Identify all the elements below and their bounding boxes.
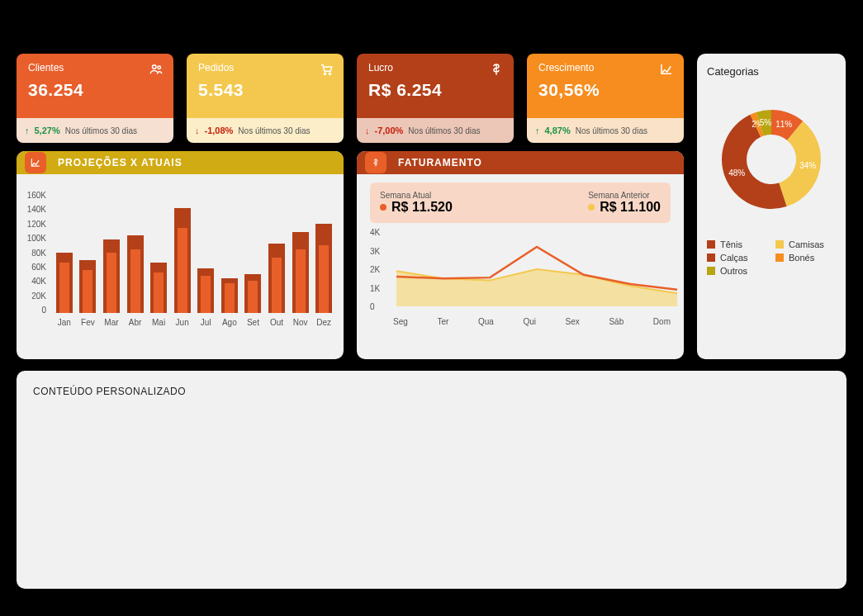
panel-title: FATURAMENTO bbox=[398, 157, 482, 168]
x-tick-label: Sáb bbox=[609, 317, 624, 326]
kpi-value: 30,56% bbox=[538, 80, 672, 100]
y-axis: 160K140K120K100K80K60K40K20K0 bbox=[25, 191, 46, 315]
x-tick-label: Jul bbox=[197, 318, 214, 327]
bar-actual bbox=[107, 253, 116, 313]
bar-group bbox=[103, 189, 120, 313]
y-tick-label: 40K bbox=[25, 277, 46, 286]
bar-actual bbox=[272, 258, 282, 314]
kpi-value: 5.543 bbox=[198, 80, 332, 100]
x-tick-label: Jan bbox=[56, 318, 73, 327]
summary-atual: Semana Atual R$ 11.520 bbox=[380, 191, 453, 215]
custom-title: CONTEÚDO PERSONALIZADO bbox=[33, 386, 186, 397]
arrow-up-icon: ↑ bbox=[25, 126, 30, 135]
y-tick-label: 0 bbox=[370, 302, 375, 311]
arrow-down-icon: ↓ bbox=[365, 126, 370, 135]
y-tick-label: 80K bbox=[25, 249, 46, 258]
kpi-delta-row: ↓ -1,08% Nos últimos 30 dias bbox=[187, 118, 344, 143]
dollar-icon bbox=[365, 152, 386, 173]
kpi-delta: 4,87% bbox=[545, 126, 571, 135]
legend-label: Calças bbox=[720, 253, 748, 263]
x-tick-label: Dom bbox=[653, 317, 671, 326]
panel-title: Categorias bbox=[707, 65, 836, 78]
dot-icon bbox=[588, 204, 595, 211]
bar-group bbox=[245, 189, 262, 313]
y-tick-label: 0 bbox=[25, 306, 46, 315]
faturamento-summary: Semana Atual R$ 11.520 Semana Anterior R… bbox=[370, 182, 671, 223]
bar-actual bbox=[248, 281, 258, 313]
bar-actual bbox=[201, 276, 211, 313]
bar-group bbox=[127, 189, 144, 313]
y-tick-label: 3K bbox=[370, 247, 380, 256]
bar-group bbox=[221, 189, 238, 313]
kpi-title: Crescimento bbox=[538, 62, 672, 73]
kpi-period: Nos últimos 30 dias bbox=[238, 126, 310, 135]
kpi-lucro[interactable]: Lucro R$ 6.254 ↓ -7,00% Nos últimos 30 d… bbox=[357, 54, 514, 143]
chart-line-icon bbox=[659, 62, 674, 77]
svg-point-0 bbox=[153, 65, 157, 69]
kpi-delta-row: ↓ -7,00% Nos últimos 30 dias bbox=[357, 118, 514, 143]
dashboard: Clientes 36.254 ↑ 5,27% Nos últimos 30 d… bbox=[17, 54, 846, 589]
svg-point-1 bbox=[158, 66, 160, 69]
bar-actual bbox=[319, 245, 329, 314]
svg-point-3 bbox=[329, 73, 330, 74]
chart-row: PROJEÇÕES X ATUAIS 160K140K120K100K80K60… bbox=[17, 151, 846, 359]
donut-svg: 11%34%48%2%5% bbox=[709, 97, 833, 221]
x-tick-label: Ter bbox=[437, 317, 448, 326]
kpi-period: Nos últimos 30 dias bbox=[65, 126, 137, 135]
value-text: R$ 11.100 bbox=[600, 200, 661, 215]
bar-actual bbox=[296, 249, 306, 313]
x-tick-label: Mar bbox=[103, 318, 120, 327]
bar-group bbox=[56, 189, 73, 313]
panel-categorias: Categorias 11%34%48%2%5% Tênis Camisas C… bbox=[697, 54, 846, 359]
summary-label: Semana Anterior bbox=[588, 191, 650, 200]
kpi-pedidos[interactable]: Pedidos 5.543 ↓ -1,08% Nos últimos 30 di… bbox=[187, 54, 344, 143]
value-text: R$ 11.520 bbox=[391, 200, 453, 215]
y-tick-label: 20K bbox=[25, 291, 46, 301]
donut-label: 5% bbox=[760, 118, 772, 127]
x-axis: SegTerQuaQuiSexSábDom bbox=[393, 317, 671, 326]
panel-header: PROJEÇÕES X ATUAIS bbox=[17, 151, 344, 174]
legend-item-camisas: Camisas bbox=[775, 239, 836, 249]
bar-group bbox=[80, 189, 97, 313]
bar-actual bbox=[178, 228, 187, 313]
kpi-crescimento[interactable]: Crescimento 30,56% ↑ 4,87% Nos últimos 3… bbox=[527, 54, 684, 143]
y-tick-label: 4K bbox=[370, 228, 380, 237]
x-tick-label: Qui bbox=[523, 317, 536, 326]
x-tick-label: Qua bbox=[478, 317, 494, 326]
summary-value: R$ 11.100 bbox=[588, 200, 661, 215]
legend-label: Bonés bbox=[789, 253, 814, 263]
legend: Tênis Camisas Calças Bonés Outros bbox=[707, 239, 836, 276]
bar-actual bbox=[154, 272, 164, 313]
bar-chart: 160K140K120K100K80K60K40K20K0 JanFevMarA… bbox=[17, 174, 344, 332]
bar-group bbox=[268, 189, 285, 313]
kpi-delta: -7,00% bbox=[375, 126, 404, 135]
kpi-value: R$ 6.254 bbox=[368, 80, 502, 100]
kpi-top: Pedidos 5.543 bbox=[187, 54, 344, 118]
kpi-delta-row: ↑ 5,27% Nos últimos 30 dias bbox=[17, 118, 173, 143]
bar-actual bbox=[59, 263, 69, 313]
kpi-clientes[interactable]: Clientes 36.254 ↑ 5,27% Nos últimos 30 d… bbox=[17, 54, 173, 143]
x-tick-label: Ago bbox=[221, 318, 238, 327]
donut-chart: 11%34%48%2%5% bbox=[707, 97, 836, 221]
kpi-title: Lucro bbox=[368, 62, 502, 73]
legend-item-calcas: Calças bbox=[707, 253, 767, 263]
summary-anterior: Semana Anterior R$ 11.100 bbox=[588, 191, 661, 215]
kpi-top: Crescimento 30,56% bbox=[527, 54, 684, 118]
panel-header: FATURAMENTO bbox=[357, 151, 684, 174]
bar-group bbox=[197, 189, 214, 313]
y-tick-label: 60K bbox=[25, 263, 46, 272]
panel-projecoes: PROJEÇÕES X ATUAIS 160K140K120K100K80K60… bbox=[17, 151, 344, 359]
x-tick-label: Nov bbox=[292, 318, 309, 327]
dollar-icon bbox=[489, 62, 504, 77]
panel-custom-content: CONTEÚDO PERSONALIZADO bbox=[17, 371, 846, 589]
donut-label: 48% bbox=[728, 168, 745, 178]
x-tick-label: Abr bbox=[127, 318, 144, 327]
summary-value: R$ 11.520 bbox=[380, 200, 453, 215]
summary-label: Semana Atual bbox=[380, 191, 431, 200]
legend-item-outros: Outros bbox=[707, 266, 767, 276]
bar-actual bbox=[83, 270, 92, 313]
chart-line-icon bbox=[25, 152, 46, 173]
legend-label: Camisas bbox=[789, 239, 824, 249]
kpi-delta-row: ↑ 4,87% Nos últimos 30 dias bbox=[527, 118, 684, 143]
y-tick-label: 120K bbox=[25, 220, 46, 229]
